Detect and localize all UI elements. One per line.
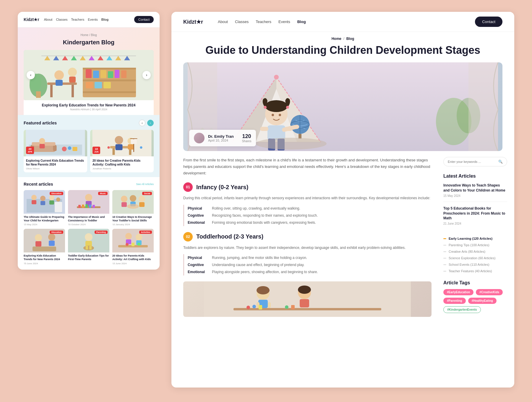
latest-article-1[interactable]: Innovative Ways to Teach Shapes and Colo… [443,183,507,202]
nav-teachers-right[interactable]: Teachers [256,20,271,24]
nav-classes-right[interactable]: Classes [235,20,249,24]
tag-1[interactable]: #EarlyEducation [443,289,473,295]
recent-header: Recent articles See All Articles [24,182,154,187]
left-panel: Kidzt★r About Classes Teachers Events Bl… [18,12,160,270]
search-box[interactable]: 🔍 [443,157,507,166]
tags-title: Article Tags [443,280,507,286]
nav-blog-right[interactable]: Blog [297,20,306,24]
svg-rect-22 [86,82,93,88]
recent-card-3[interactable]: Social 10 Creative Ways to Encourage You… [112,190,154,226]
svg-rect-24 [103,82,111,88]
recent-tag-1: Education [50,192,63,195]
recent-card-6[interactable]: Activities 20 Ideas for Parents-Kids Act… [112,229,154,265]
recent-section: Recent articles See All Articles [18,177,160,270]
latest-article-2[interactable]: Top 5 Educational Books for Preschoolers… [443,206,507,229]
article-header: Home / Blog Guide to Understanding Child… [171,32,514,56]
category-name-6: Teacher Features (40 Articles) [449,269,492,273]
breadcrumb-current: Blog [346,37,354,41]
featured-card-author-2: Jonathan Roberts [93,167,151,170]
svg-point-61 [31,195,37,200]
nav-about-right[interactable]: About [218,20,228,24]
stage-1-table: Physical Rolling over, sitting up, crawl… [183,205,432,226]
recent-tag-6: Activities [139,231,152,234]
category-item-6[interactable]: Teacher Features (40 Articles) [443,268,507,274]
svg-rect-88 [35,241,41,247]
carousel: ‹ › [24,50,154,115]
nav-blog-left[interactable]: Blog [101,18,108,21]
recent-card-1[interactable]: Education The Ultimate Guide to Preparin… [24,190,65,226]
carousel-prev[interactable]: ‹ [27,71,35,79]
dev-row-2-0: Physical Running, jumping, and fine moto… [188,254,432,261]
dev-label-2-1: Cognitive [188,263,208,267]
svg-rect-80 [121,202,127,207]
nav-about-left[interactable]: About [44,18,53,21]
recent-card-2[interactable]: Music The Importance of Music and Consis… [68,190,109,226]
nav-right: Kidzt★r About Classes Teachers Events Bl… [171,12,514,32]
nav-links-left: About Classes Teachers Events Blog [44,18,129,21]
nav-events-right[interactable]: Events [278,20,290,24]
svg-point-106 [137,243,140,246]
author-avatar [194,133,205,143]
svg-point-89 [48,234,55,241]
see-all-link[interactable]: See All Articles [136,183,154,186]
svg-point-145 [298,286,311,294]
featured-prev-btn[interactable]: ‹ [139,120,145,126]
featured-badge-2: 18 JUN [93,147,100,154]
svg-rect-121 [260,127,268,131]
nav-classes-left[interactable]: Classes [56,18,67,21]
category-item-2[interactable]: Parenting Tips (100 Articles) [443,242,507,248]
nav-events-left[interactable]: Events [88,18,98,21]
featured-card-1[interactable]: 20 APR Exploring Current Kids Education … [24,130,87,172]
svg-point-41 [39,138,45,144]
recent-tag-5: Parenting [95,231,108,234]
contact-button-right[interactable]: Contact [475,17,502,27]
category-item-4[interactable]: Science Exploration (60 Articles) [443,255,507,261]
recent-card-title-5: Toddler Early Education Tips for First-T… [68,254,109,261]
svg-rect-73 [78,205,81,208]
dev-label-2-0: Physical [188,256,208,260]
category-dot-3 [443,251,446,252]
svg-point-129 [272,114,274,116]
svg-rect-143 [268,302,271,308]
search-input[interactable] [448,160,498,163]
featured-month-2: JUN [94,151,98,153]
svg-point-58 [140,146,142,149]
recent-img-5: Parenting [68,229,109,252]
stage-2-desc: Toddlers are explorers by nature. They b… [183,245,432,251]
featured-card-body-1: Exploring Current Kids Education Trends … [24,156,87,172]
stage-2-header: 02 Toddlerhood (2-3 Years) [183,232,432,241]
logo-left: Kidzt★r [24,17,39,22]
recent-card-4[interactable]: Education Exploring Kids Education Trend… [24,229,65,265]
category-item-5[interactable]: School Events (110 Articles) [443,261,507,268]
dev-value-2-1: Understanding cause and effect, beginnin… [212,263,304,267]
tag-2[interactable]: #CreativeKids [476,289,503,295]
recent-card-date-1: 15 May 2024 [24,223,65,226]
svg-point-115 [274,75,279,80]
stage-2: 02 Toddlerhood (2-3 Years) Toddlers are … [183,232,432,275]
contact-button-left[interactable]: Contact [134,16,154,23]
tag-3[interactable]: #Parenting [443,298,466,304]
svg-rect-76 [89,205,91,208]
category-item-3[interactable]: Creative Arts (80 Articles) [443,248,507,255]
tag-4[interactable]: #HealthyEating [468,298,497,304]
featured-next-btn[interactable]: › [147,120,154,126]
featured-card-title-1: Exploring Current Kids Education Trends … [26,159,85,166]
nav-teachers-left[interactable]: Teachers [71,18,85,21]
stage-1: 01 Infancy (0-2 Years) During this criti… [183,182,432,226]
carousel-next[interactable]: › [142,71,151,79]
recent-img-3: Social [112,190,154,214]
latest-article-title-2: Top 5 Educational Books for Preschoolers… [443,206,507,221]
featured-img-1: 20 APR [24,130,87,156]
svg-rect-46 [93,130,152,156]
dev-label-1-1: Cognitive [188,213,208,218]
carousel-caption: Exploring Early Education Trends for New… [24,100,154,115]
article-content-area: From the first smile to the first steps,… [171,151,514,388]
recent-card-5[interactable]: Parenting Toddler Early Education Tips f… [68,229,109,265]
featured-card-2[interactable]: 18 JUN 20 Ideas for Creative Parents-Kid… [90,130,154,172]
category-item-1[interactable]: Early Learning (120 Articles) [443,235,507,242]
recent-card-date-4: 25 June 2024 [24,262,65,265]
article-body: From the first smile to the first steps,… [183,151,432,323]
svg-point-28 [54,70,64,80]
tag-5[interactable]: #KindergartenEvents [443,306,481,313]
svg-rect-84 [139,202,145,207]
